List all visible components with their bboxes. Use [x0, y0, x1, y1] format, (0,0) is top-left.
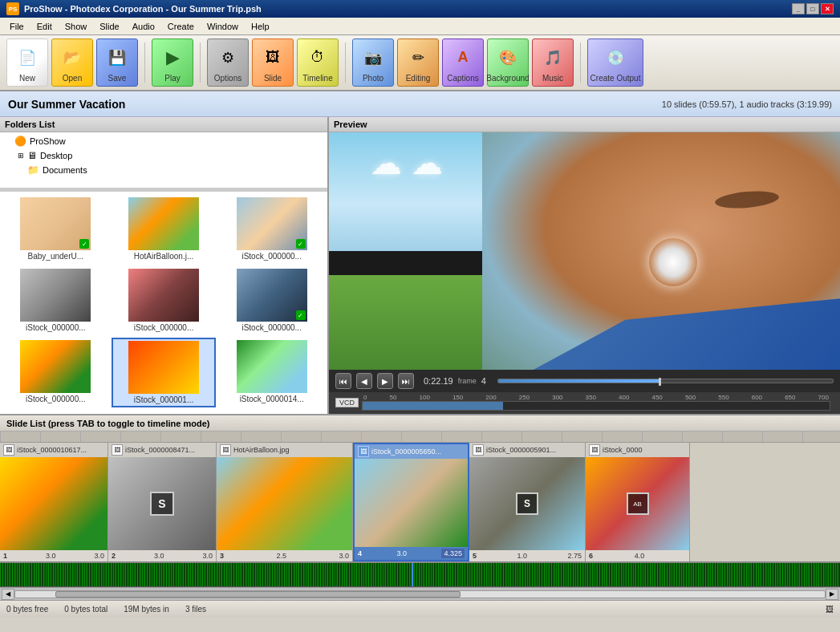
file-thumbnail [128, 197, 199, 250]
preview-play-button[interactable]: ▶ [377, 373, 393, 389]
slide-icon: 🖼 [258, 43, 287, 72]
file-grid[interactable]: ✓ Baby_underU... HotAirBalloon.j... ✓ iS… [0, 192, 327, 414]
scroll-left-button[interactable]: ◀ [2, 589, 14, 600]
preview-frame: 4 [481, 376, 486, 386]
menu-window[interactable]: Window [201, 20, 245, 33]
folder-proshow[interactable]: 🟠 ProShow [2, 134, 326, 148]
photo-icon: 📷 [359, 43, 388, 72]
slide-5-header: 🖼 iStock_0000005901... [469, 443, 585, 457]
file-thumbnail [128, 341, 199, 394]
options-icon: ⚙ [213, 43, 242, 72]
file-item-family[interactable]: ✓ iStock_000000... [219, 195, 324, 263]
toolbar-separator-3 [345, 43, 346, 83]
slide-6-footer: 6 4.0 [586, 550, 689, 561]
toolbar-captions-button[interactable]: A Captions [442, 38, 484, 87]
project-info: 10 slides (0:59.57), 1 audio tracks (3:1… [662, 99, 832, 109]
toolbar-options-button[interactable]: ⚙ Options [207, 38, 249, 87]
status-total: 0 bytes total [64, 605, 108, 614]
preview-rewind-button[interactable]: ⏮ [335, 373, 351, 389]
scroll-right-button[interactable]: ▶ [826, 589, 838, 600]
slide-item-6[interactable]: 🖼 iStock_0000 AB 6 4.0 [586, 443, 690, 561]
file-label: iStock_000000... [19, 395, 91, 403]
file-item-balloon[interactable]: HotAirBalloon.j... [112, 195, 217, 263]
toolbar-output-button[interactable]: 💿 Create Output [587, 38, 643, 87]
preview-panel: Preview ☁ ☁ ⏮ ◀ [329, 117, 840, 414]
slide-item-2[interactable]: 🖼 iStock_0000008471... S 2 3.0 3.0 [108, 443, 217, 561]
file-thumbnail [128, 269, 199, 322]
file-checked-badge: ✓ [79, 239, 89, 249]
file-label: iStock_0000014... [236, 395, 308, 403]
slide-item-3[interactable]: 🖼 HotAirBalloon.jpg 3 2.5 3.0 [217, 443, 353, 561]
file-item-sport1[interactable]: iStock_000000... [3, 266, 108, 334]
folder-tree[interactable]: 🟠 ProShow ⊞ 🖥 Desktop 📁 Documents [0, 132, 327, 188]
toolbar-new-button[interactable]: 📄 New [6, 38, 48, 87]
menu-help[interactable]: Help [245, 20, 276, 33]
file-label: iStock_000000... [236, 252, 308, 261]
folder-desktop[interactable]: ⊞ 🖥 Desktop [2, 148, 326, 163]
menu-file[interactable]: File [3, 20, 30, 33]
file-item-field[interactable]: iStock_0000014... [219, 338, 324, 407]
slide-item-4-selected[interactable]: 🖼 iStock_0000005650... 4 3.0 4.325 [353, 443, 469, 561]
file-label: iStock_000001... [128, 395, 200, 404]
captions-icon: A [448, 43, 477, 72]
slide-5-number: 5 [473, 552, 477, 560]
folder-documents[interactable]: 📁 Documents [2, 163, 326, 177]
toolbar-slide-button[interactable]: 🖼 Slide [252, 38, 294, 87]
status-free: 0 bytes free [6, 605, 48, 614]
preview-back-button[interactable]: ◀ [356, 373, 372, 389]
toolbar-editing-button[interactable]: ✏ Editing [397, 38, 439, 87]
slide-item-5[interactable]: 🖼 iStock_0000005901... S 5 1.0 2.75 [469, 443, 586, 561]
menu-slide[interactable]: Slide [93, 20, 125, 33]
preview-image: ☁ ☁ [329, 132, 840, 370]
scroll-thumb[interactable] [55, 591, 461, 598]
maximize-button[interactable]: □ [806, 3, 819, 14]
toolbar-open-button[interactable]: 📂 Open [51, 38, 93, 87]
scroll-track[interactable] [14, 590, 826, 598]
toolbar-play-button[interactable]: ▶ Play [152, 38, 193, 87]
menu-show[interactable]: Show [59, 20, 94, 33]
toolbar-separator-1 [144, 43, 145, 83]
slide-4-thumb [355, 459, 468, 547]
slide-list[interactable]: 🖼 iStock_0000010617... 1 3.0 3.0 🖼 iStoc… [0, 443, 840, 563]
slide-5-thumb: S [469, 457, 585, 550]
close-button[interactable]: ✕ [821, 3, 834, 14]
timeline-icon: ⏱ [303, 43, 332, 72]
preview-forward-button[interactable]: ⏭ [398, 373, 414, 389]
menu-audio[interactable]: Audio [126, 20, 161, 33]
slide-5-duration: 2.75 [567, 552, 582, 560]
toolbar-music-button[interactable]: 🎵 Music [532, 38, 574, 87]
toolbar-background-button[interactable]: 🎨 Background [487, 38, 529, 87]
status-files: 3 files [185, 605, 206, 614]
toolbar-photo-button[interactable]: 📷 Photo [352, 38, 394, 87]
preview-controls: ⏮ ◀ ▶ ⏭ 0:22.19 frame 4 [329, 370, 840, 392]
file-checked-badge: ✓ [296, 310, 306, 320]
menu-create[interactable]: Create [161, 20, 201, 33]
timeline-ruler[interactable] [362, 401, 830, 411]
preview-header: Preview [329, 117, 840, 132]
file-item-sport2[interactable]: iStock_000000... [112, 266, 217, 334]
folders-header: Folders List [0, 117, 327, 132]
slide-6-header: 🖼 iStock_0000 [586, 443, 689, 457]
music-icon: 🎵 [538, 43, 567, 72]
preview-scrubber[interactable] [497, 379, 834, 383]
file-item-baby[interactable]: ✓ Baby_underU... [3, 195, 108, 263]
slide-4-icon: 🖼 [358, 446, 369, 457]
toolbar-save-button[interactable]: 💾 Save [96, 38, 138, 87]
horizontal-scrollbar[interactable]: ◀ ▶ [0, 587, 840, 600]
file-item-sport3[interactable]: ✓ iStock_000000... [219, 266, 324, 334]
audio-wave-detail [0, 563, 840, 586]
audio-track [0, 563, 840, 587]
folder-desktop-label: Desktop [40, 151, 72, 160]
file-item-flower2-selected[interactable]: iStock_000001... [112, 338, 217, 407]
minimize-button[interactable]: _ [792, 3, 805, 14]
slide-5-name: iStock_0000005901... [486, 446, 556, 454]
slide-2-number: 2 [112, 552, 116, 560]
file-label: iStock_000000... [236, 323, 308, 332]
slide-item-1[interactable]: 🖼 iStock_0000010617... 1 3.0 3.0 [0, 443, 108, 561]
file-thumbnail [20, 269, 91, 322]
toolbar-timeline-button[interactable]: ⏱ Timeline [297, 38, 339, 87]
menu-edit[interactable]: Edit [30, 20, 59, 33]
file-item-flower[interactable]: iStock_000000... [3, 338, 108, 407]
open-icon: 📂 [58, 43, 87, 72]
slide-3-duration: 3.0 [339, 552, 349, 560]
